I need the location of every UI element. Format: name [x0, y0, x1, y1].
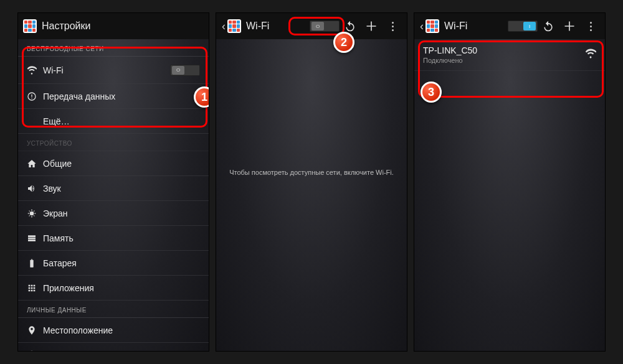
row-data-usage[interactable]: Передача данных	[18, 84, 209, 109]
network-status: Подключено	[423, 57, 585, 64]
apps-icon	[27, 283, 43, 293]
wifi-toggle[interactable]: I	[508, 21, 538, 32]
wifi-signal-icon	[585, 48, 596, 62]
row-storage[interactable]: Память	[18, 226, 209, 251]
refresh-icon[interactable]	[340, 16, 361, 37]
row-wifi[interactable]: Wi-Fi O	[18, 57, 209, 84]
row-location[interactable]: Местоположение	[18, 318, 209, 343]
location-icon	[27, 325, 43, 335]
row-sound[interactable]: Звук	[18, 176, 209, 201]
refresh-icon[interactable]	[538, 16, 559, 37]
row-label: Память	[43, 233, 200, 243]
screenshot-wifi-on: ‹ Wi-Fi I TP-LINK_C50 Подключено 3	[414, 12, 606, 352]
data-icon	[27, 91, 43, 101]
row-label: Wi-Fi	[43, 65, 170, 75]
section-personal-header: ЛИЧНЫЕ ДАННЫЕ	[18, 301, 209, 318]
app-icon	[426, 19, 439, 33]
network-name: TP-LINK_C50	[423, 45, 585, 55]
add-icon[interactable]	[361, 16, 382, 37]
screenshot-settings: Настройки БЕСПРОВОДНЫЕ СЕТИ Wi-Fi O Пере…	[17, 12, 209, 352]
lock-icon	[27, 350, 43, 352]
row-label: Батарея	[43, 258, 200, 268]
row-label: Местоположение	[43, 325, 200, 335]
row-label: Передача данных	[43, 91, 200, 101]
row-general[interactable]: Общие	[18, 151, 209, 176]
page-title: Wi-Fi	[246, 21, 269, 32]
sound-icon	[27, 184, 43, 194]
wifi-toggle[interactable]: O	[310, 21, 340, 32]
screenshot-wifi-off: ‹ Wi-Fi O Чтобы посмотреть доступные сет…	[216, 12, 407, 352]
row-label: Приложения	[43, 283, 200, 293]
wifi-off-message: Чтобы посмотреть доступные сети, включит…	[216, 169, 407, 176]
row-label: Звук	[43, 184, 200, 194]
row-label: Общие	[43, 159, 200, 169]
brightness-icon	[27, 208, 43, 218]
action-bar: Настройки	[18, 13, 209, 39]
action-bar: ‹ Wi-Fi I	[414, 13, 605, 39]
action-bar: ‹ Wi-Fi O	[216, 13, 407, 39]
overflow-icon[interactable]	[580, 16, 601, 37]
page-title: Настройки	[42, 21, 90, 32]
app-icon	[227, 19, 241, 33]
battery-icon	[27, 258, 43, 268]
section-device-header: УСТРОЙСТВО	[18, 134, 209, 151]
storage-icon	[27, 233, 43, 243]
back-icon[interactable]: ‹	[418, 13, 426, 39]
row-display[interactable]: Экран	[18, 201, 209, 226]
row-label: Безопасность	[43, 350, 200, 352]
back-icon[interactable]: ‹	[220, 13, 227, 39]
section-wireless-header: БЕСПРОВОДНЫЕ СЕТИ	[18, 39, 209, 57]
row-apps[interactable]: Приложения	[18, 276, 209, 301]
wifi-icon	[27, 65, 43, 75]
wifi-toggle[interactable]: O	[170, 65, 200, 76]
row-security[interactable]: Безопасность	[18, 343, 209, 352]
row-battery[interactable]: Батарея	[18, 251, 209, 276]
row-label: Экран	[43, 208, 200, 218]
add-icon[interactable]	[559, 16, 580, 37]
app-icon	[23, 19, 37, 33]
callout-badge-3: 3	[421, 82, 442, 103]
page-title: Wi-Fi	[444, 21, 467, 32]
row-label: Ещё…	[43, 116, 200, 126]
home-icon	[27, 159, 43, 169]
row-more[interactable]: Ещё…	[18, 109, 209, 134]
overflow-icon[interactable]	[382, 16, 403, 37]
wifi-network-row[interactable]: TP-LINK_C50 Подключено	[414, 39, 605, 71]
